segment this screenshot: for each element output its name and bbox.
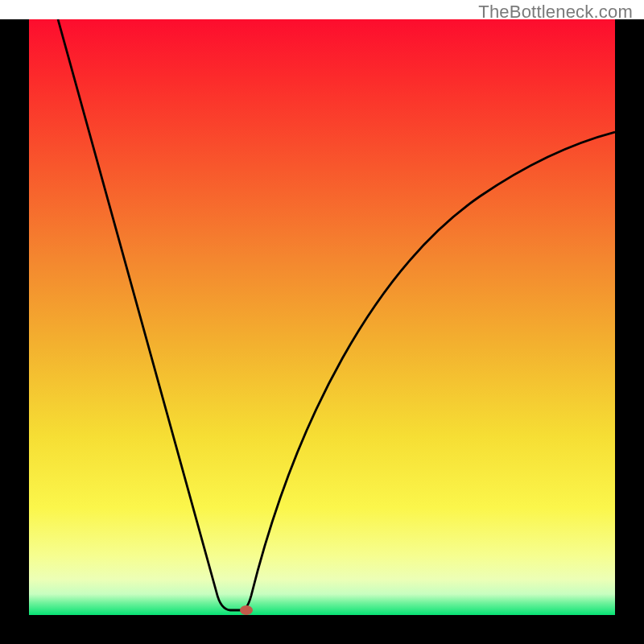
plot-border <box>0 19 644 644</box>
gradient-background <box>29 19 615 615</box>
plot-area <box>29 19 615 615</box>
plot-svg <box>29 19 615 615</box>
minimum-marker <box>240 605 253 615</box>
attribution-text: TheBottleneck.com <box>478 2 633 23</box>
chart-container: TheBottleneck.com <box>0 0 644 644</box>
